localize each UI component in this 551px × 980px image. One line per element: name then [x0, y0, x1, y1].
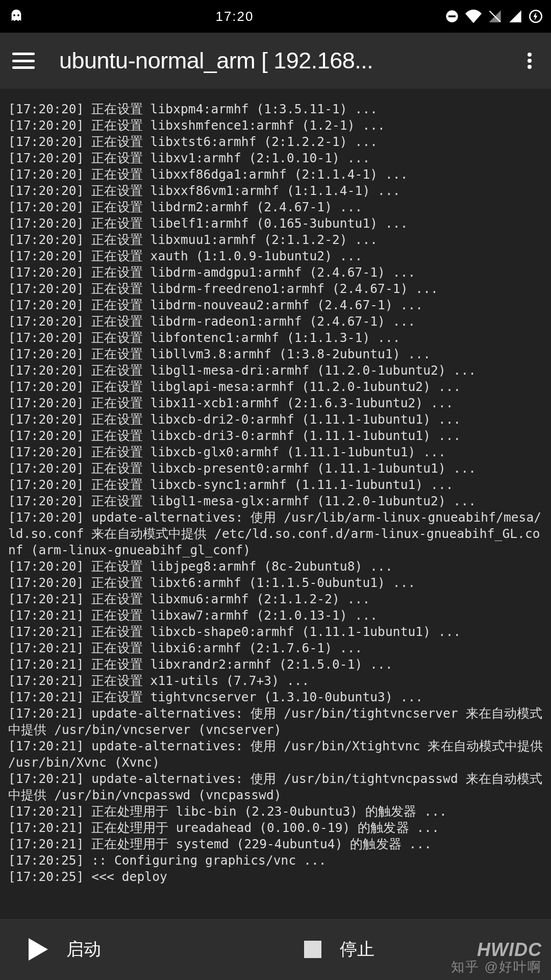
watermark: HWIDC 知乎 @好叶啊 [451, 941, 542, 975]
stop-label: 停止 [340, 938, 374, 961]
svg-rect-1 [448, 15, 456, 17]
signal-no-sim-icon [488, 9, 502, 23]
play-icon [29, 938, 48, 961]
signal-icon [508, 9, 522, 23]
overflow-menu-button[interactable] [520, 51, 539, 71]
app-root: 17:20 ubuntu-normal_arm [ 192.168... [0, 0, 551, 980]
status-time: 17:20 [24, 9, 445, 24]
stop-icon [304, 941, 321, 958]
terminal-output[interactable]: [17:20:20] 正在设置 libxpm4:armhf (1:3.5.11-… [0, 89, 551, 919]
notification-icon [8, 8, 24, 24]
app-bar: ubuntu-normal_arm [ 192.168... [0, 33, 551, 89]
start-button[interactable]: 启动 [0, 919, 276, 980]
wifi-icon [465, 9, 482, 23]
status-bar: 17:20 [0, 0, 551, 33]
do-not-disturb-icon [445, 9, 459, 23]
app-title: ubuntu-normal_arm [ 192.168... [59, 47, 508, 74]
menu-button[interactable] [12, 50, 35, 72]
bottom-bar: 启动 停止 HWIDC 知乎 @好叶啊 [0, 919, 551, 980]
battery-charging-icon [529, 9, 543, 23]
start-label: 启动 [66, 938, 101, 961]
